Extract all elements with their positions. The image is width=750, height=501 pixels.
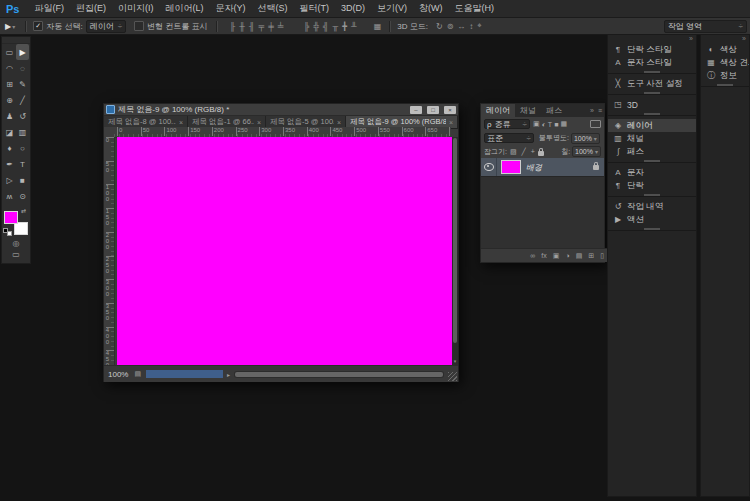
sidebar-item-colors[interactable]: ◐색상 (701, 43, 749, 56)
vertical-scrollbar-thumb[interactable] (453, 138, 457, 343)
filter-shape-layers-icon[interactable]: ■ (554, 121, 558, 128)
lock-transparent-pixels-icon[interactable]: ▨ (510, 148, 517, 156)
minimize-button[interactable]: – (410, 106, 422, 114)
layer-thumbnail[interactable] (501, 160, 521, 174)
type-tool[interactable]: T (16, 156, 29, 172)
spot-healing-brush-tool[interactable]: ⊕ (3, 92, 16, 108)
menu-view[interactable]: 보기(V) (371, 0, 413, 17)
close-icon[interactable]: × (337, 119, 341, 126)
3d-drag-icon[interactable]: ↔ (457, 22, 465, 31)
filter-adjustment-layers-icon[interactable]: ◐ (542, 121, 546, 128)
path-selection-tool[interactable]: ▷ (3, 172, 16, 188)
distribute-left-edges-icon[interactable]: ╥ (333, 22, 339, 31)
sidebar-item-character[interactable]: A문자 (608, 166, 696, 179)
panel-menu-icon[interactable]: ≡ (596, 104, 604, 117)
close-icon[interactable]: × (257, 119, 261, 126)
sidebar-item-paragraph[interactable]: ¶단락 (608, 179, 696, 192)
dock-collapse-arrows[interactable]: » (608, 35, 696, 43)
layer-row-background[interactable]: 배경 (481, 158, 604, 177)
align-top-edges-icon[interactable]: ╤ (258, 22, 264, 31)
sidebar-item-history[interactable]: ↺작업 내역 (608, 200, 696, 213)
screen-mode-button[interactable]: ▭ (12, 250, 20, 259)
layer-mask-icon[interactable]: ▣ (553, 252, 560, 260)
sidebar-item-tool-presets[interactable]: ╳도구 사전 설정 (608, 77, 696, 90)
crop-tool[interactable]: ⊞ (3, 76, 16, 92)
panel-tab-paths[interactable]: 패스 (541, 104, 567, 117)
filter-type-layers-icon[interactable]: T (548, 121, 552, 128)
new-group-icon[interactable]: ▤ (576, 252, 583, 260)
new-layer-icon[interactable]: ⊞ (588, 252, 594, 260)
adjustment-layer-icon[interactable]: ◑ (565, 252, 569, 259)
maximize-button[interactable]: □ (427, 106, 439, 114)
dodge-tool[interactable]: ○ (16, 140, 29, 156)
distribute-right-edges-icon[interactable]: ╨ (351, 22, 357, 31)
pen-tool[interactable]: ✒ (3, 156, 16, 172)
link-layers-icon[interactable]: ∞ (530, 252, 535, 259)
panel-tab-channels[interactable]: 채널 (515, 104, 541, 117)
zoom-level-field[interactable]: 100% (108, 370, 128, 379)
quick-selection-tool[interactable]: ◌ (16, 60, 29, 76)
history-brush-tool[interactable]: ↺ (16, 108, 29, 124)
panel-tab-layers[interactable]: 레이어 (481, 104, 515, 117)
dock-collapse-arrows[interactable]: » (701, 35, 749, 43)
swap-colors-icon[interactable]: ⇄ (21, 207, 26, 214)
horizontal-scrollbar-thumb[interactable] (235, 372, 443, 377)
document-info-icon[interactable]: ▤ (134, 370, 141, 378)
align-right-edges-icon[interactable]: ╢ (249, 22, 255, 31)
window-resize-grip[interactable] (448, 372, 457, 381)
distribute-vertical-centers-icon[interactable]: ╬ (313, 22, 319, 31)
hand-tool[interactable]: ʍ (3, 188, 16, 204)
close-icon[interactable]: × (449, 119, 453, 126)
align-left-edges-icon[interactable]: ╟ (229, 22, 235, 31)
align-vertical-centers-icon[interactable]: ╪ (268, 22, 274, 31)
opacity-field[interactable]: 100% ▾ (571, 133, 600, 144)
quick-mask-button[interactable]: ◎ (13, 239, 20, 248)
rectangular-marquee-tool[interactable]: ▭ (3, 44, 16, 60)
auto-align-layers-icon[interactable]: ▦ (374, 22, 382, 31)
eraser-tool[interactable]: ◪ (3, 124, 16, 140)
distribute-horizontal-centers-icon[interactable]: ╋ (342, 22, 347, 31)
sidebar-item-3d[interactable]: ◳3D (608, 98, 696, 111)
canvas[interactable] (117, 137, 453, 365)
filter-kind-dropdown[interactable]: ρ 종류 ÷ (484, 119, 530, 129)
lasso-tool[interactable]: ◠ (3, 60, 16, 76)
foreground-color-swatch[interactable] (4, 211, 18, 224)
lock-position-icon[interactable]: + (531, 148, 535, 155)
distribute-top-edges-icon[interactable]: ╠ (304, 22, 310, 31)
menu-3d[interactable]: 3D(D) (335, 0, 371, 17)
sidebar-item-actions[interactable]: ▶액션 (608, 213, 696, 226)
sidebar-item-paths[interactable]: ∫패스 (608, 145, 696, 158)
align-bottom-edges-icon[interactable]: ╧ (278, 22, 284, 31)
eyedropper-tool[interactable]: ✎ (16, 76, 29, 92)
menu-window[interactable]: 창(W) (413, 0, 449, 17)
workspace-dropdown[interactable]: 작업 영역 ÷ (664, 20, 747, 33)
menu-type[interactable]: 문자(Y) (209, 0, 251, 17)
auto-select-checkbox[interactable]: ✓ (33, 21, 43, 31)
layer-visibility-toggle[interactable] (481, 158, 497, 176)
distribute-bottom-edges-icon[interactable]: ╣ (323, 22, 329, 31)
collapse-to-icons-icon[interactable]: » (588, 104, 596, 117)
zoom-tool[interactable]: ⊙ (16, 188, 29, 204)
sidebar-item-layers[interactable]: ◈레이어 (608, 119, 696, 132)
status-flyout-arrow-icon[interactable]: ▸ (227, 371, 230, 378)
auto-select-target-dropdown[interactable]: 레이어 ÷ (86, 20, 126, 33)
sidebar-item-character-styles[interactable]: A문자 스타일 (608, 56, 696, 69)
lock-image-pixels-icon[interactable]: ╱ (522, 148, 526, 156)
menu-edit[interactable]: 편집(E) (70, 0, 112, 17)
tool-preset-picker[interactable]: ▶ ▾ (5, 22, 15, 31)
menu-select[interactable]: 선택(S) (251, 0, 293, 17)
3d-rotate-icon[interactable]: ↻ (436, 22, 443, 31)
filter-smart-objects-icon[interactable]: ▦ (560, 120, 567, 128)
brush-tool[interactable]: ╱ (16, 92, 29, 108)
tools-panel-grip[interactable] (2, 37, 30, 44)
gradient-tool[interactable]: ▥ (16, 124, 29, 140)
clone-stamp-tool[interactable]: ♟ (3, 108, 16, 124)
rectangle-shape-tool[interactable]: ■ (16, 172, 29, 188)
filter-toggle-icon[interactable] (590, 120, 601, 128)
close-button[interactable]: × (444, 106, 456, 114)
filter-pixel-layers-icon[interactable]: ▣ (533, 120, 540, 128)
menu-file[interactable]: 파일(F) (28, 0, 70, 17)
delete-layer-icon[interactable]: ▯ (600, 252, 604, 260)
layer-style-icon[interactable]: fx (541, 252, 546, 259)
menu-image[interactable]: 이미지(I) (112, 0, 160, 17)
